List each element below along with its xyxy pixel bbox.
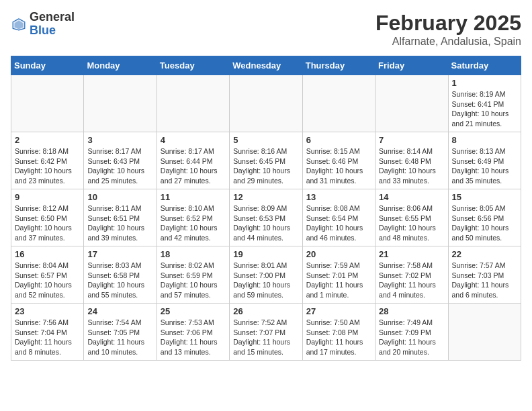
weekday-header-tuesday: Tuesday	[157, 56, 229, 75]
calendar-cell	[157, 75, 229, 132]
calendar-cell	[230, 75, 302, 132]
calendar-table: SundayMondayTuesdayWednesdayThursdayFrid…	[11, 56, 521, 361]
day-number: 16	[15, 249, 80, 259]
day-info: Sunrise: 7:49 AM Sunset: 7:09 PM Dayligh…	[379, 318, 444, 357]
day-info: Sunrise: 8:16 AM Sunset: 6:45 PM Dayligh…	[233, 146, 298, 186]
calendar-cell: 10Sunrise: 8:11 AM Sunset: 6:51 PM Dayli…	[84, 189, 157, 246]
day-info: Sunrise: 7:58 AM Sunset: 7:02 PM Dayligh…	[379, 261, 444, 300]
day-info: Sunrise: 8:08 AM Sunset: 6:54 PM Dayligh…	[306, 203, 371, 243]
day-number: 3	[87, 135, 152, 145]
calendar-cell: 1Sunrise: 8:19 AM Sunset: 6:41 PM Daylig…	[448, 75, 521, 132]
calendar-cell: 12Sunrise: 8:09 AM Sunset: 6:53 PM Dayli…	[230, 189, 302, 246]
day-number: 13	[306, 192, 371, 202]
day-number: 7	[379, 135, 444, 145]
day-info: Sunrise: 7:53 AM Sunset: 7:06 PM Dayligh…	[161, 318, 226, 357]
day-info: Sunrise: 8:10 AM Sunset: 6:52 PM Dayligh…	[161, 203, 226, 243]
day-number: 20	[306, 249, 371, 259]
calendar-cell: 15Sunrise: 8:05 AM Sunset: 6:56 PM Dayli…	[448, 189, 521, 246]
logo-icon	[11, 16, 27, 32]
day-number: 12	[233, 192, 298, 202]
calendar-cell: 13Sunrise: 8:08 AM Sunset: 6:54 PM Dayli…	[302, 189, 375, 246]
day-number: 24	[87, 306, 152, 316]
day-info: Sunrise: 8:04 AM Sunset: 6:57 PM Dayligh…	[15, 261, 80, 300]
day-info: Sunrise: 7:50 AM Sunset: 7:08 PM Dayligh…	[306, 318, 371, 357]
calendar-header: SundayMondayTuesdayWednesdayThursdayFrid…	[11, 56, 521, 75]
page-header: General Blue February 2025 Alfarnate, An…	[11, 11, 521, 48]
day-number: 4	[161, 135, 226, 145]
logo: General Blue	[11, 11, 75, 38]
day-info: Sunrise: 7:54 AM Sunset: 7:05 PM Dayligh…	[87, 318, 152, 357]
day-number: 28	[379, 306, 444, 316]
calendar-cell: 25Sunrise: 7:53 AM Sunset: 7:06 PM Dayli…	[157, 304, 229, 361]
day-number: 9	[15, 192, 80, 202]
calendar-cell: 11Sunrise: 8:10 AM Sunset: 6:52 PM Dayli…	[157, 189, 229, 246]
day-info: Sunrise: 8:18 AM Sunset: 6:42 PM Dayligh…	[15, 146, 80, 186]
day-info: Sunrise: 8:05 AM Sunset: 6:56 PM Dayligh…	[452, 203, 517, 243]
calendar-cell: 19Sunrise: 8:01 AM Sunset: 7:00 PM Dayli…	[230, 246, 302, 304]
day-number: 19	[233, 249, 298, 259]
calendar-cell: 26Sunrise: 7:52 AM Sunset: 7:07 PM Dayli…	[230, 304, 302, 361]
day-info: Sunrise: 8:06 AM Sunset: 6:55 PM Dayligh…	[379, 203, 444, 243]
calendar-cell: 21Sunrise: 7:58 AM Sunset: 7:02 PM Dayli…	[375, 246, 448, 304]
day-info: Sunrise: 8:19 AM Sunset: 6:41 PM Dayligh…	[452, 89, 517, 129]
week-row-1: 1Sunrise: 8:19 AM Sunset: 6:41 PM Daylig…	[11, 75, 521, 132]
weekday-header-saturday: Saturday	[448, 56, 521, 75]
day-number: 25	[161, 306, 226, 316]
day-number: 5	[233, 135, 298, 145]
calendar-cell: 14Sunrise: 8:06 AM Sunset: 6:55 PM Dayli…	[375, 189, 448, 246]
day-info: Sunrise: 8:13 AM Sunset: 6:49 PM Dayligh…	[452, 146, 517, 186]
day-number: 23	[15, 306, 80, 316]
day-number: 27	[306, 306, 371, 316]
day-number: 18	[161, 249, 226, 259]
calendar-cell: 23Sunrise: 7:56 AM Sunset: 7:04 PM Dayli…	[11, 304, 84, 361]
week-row-4: 16Sunrise: 8:04 AM Sunset: 6:57 PM Dayli…	[11, 246, 521, 304]
day-info: Sunrise: 8:17 AM Sunset: 6:44 PM Dayligh…	[161, 146, 226, 186]
weekday-header-wednesday: Wednesday	[230, 56, 302, 75]
day-info: Sunrise: 8:09 AM Sunset: 6:53 PM Dayligh…	[233, 203, 298, 243]
calendar-cell: 7Sunrise: 8:14 AM Sunset: 6:48 PM Daylig…	[375, 132, 448, 189]
day-info: Sunrise: 8:01 AM Sunset: 7:00 PM Dayligh…	[233, 261, 298, 300]
calendar-cell: 27Sunrise: 7:50 AM Sunset: 7:08 PM Dayli…	[302, 304, 375, 361]
day-info: Sunrise: 8:17 AM Sunset: 6:43 PM Dayligh…	[87, 146, 152, 186]
calendar-title: February 2025	[375, 11, 521, 36]
calendar-cell: 6Sunrise: 8:15 AM Sunset: 6:46 PM Daylig…	[302, 132, 375, 189]
day-number: 6	[306, 135, 371, 145]
day-info: Sunrise: 8:11 AM Sunset: 6:51 PM Dayligh…	[87, 203, 152, 243]
day-number: 15	[452, 192, 517, 202]
week-row-2: 2Sunrise: 8:18 AM Sunset: 6:42 PM Daylig…	[11, 132, 521, 189]
day-number: 26	[233, 306, 298, 316]
day-info: Sunrise: 7:57 AM Sunset: 7:03 PM Dayligh…	[452, 261, 517, 300]
calendar-cell	[375, 75, 448, 132]
day-info: Sunrise: 8:15 AM Sunset: 6:46 PM Dayligh…	[306, 146, 371, 186]
calendar-cell: 16Sunrise: 8:04 AM Sunset: 6:57 PM Dayli…	[11, 246, 84, 304]
day-number: 22	[452, 249, 517, 259]
week-row-5: 23Sunrise: 7:56 AM Sunset: 7:04 PM Dayli…	[11, 304, 521, 361]
calendar-cell: 20Sunrise: 7:59 AM Sunset: 7:01 PM Dayli…	[302, 246, 375, 304]
day-info: Sunrise: 8:03 AM Sunset: 6:58 PM Dayligh…	[87, 261, 152, 300]
calendar-cell: 4Sunrise: 8:17 AM Sunset: 6:44 PM Daylig…	[157, 132, 229, 189]
calendar-cell: 22Sunrise: 7:57 AM Sunset: 7:03 PM Dayli…	[448, 246, 521, 304]
weekday-header-row: SundayMondayTuesdayWednesdayThursdayFrid…	[11, 56, 521, 75]
calendar-cell: 5Sunrise: 8:16 AM Sunset: 6:45 PM Daylig…	[230, 132, 302, 189]
day-number: 10	[87, 192, 152, 202]
day-number: 8	[452, 135, 517, 145]
calendar-cell: 9Sunrise: 8:12 AM Sunset: 6:50 PM Daylig…	[11, 189, 84, 246]
week-row-3: 9Sunrise: 8:12 AM Sunset: 6:50 PM Daylig…	[11, 189, 521, 246]
calendar-cell: 8Sunrise: 8:13 AM Sunset: 6:49 PM Daylig…	[448, 132, 521, 189]
day-number: 2	[15, 135, 80, 145]
logo-general-text: General	[30, 10, 75, 24]
calendar-body: 1Sunrise: 8:19 AM Sunset: 6:41 PM Daylig…	[11, 75, 521, 361]
day-number: 17	[87, 249, 152, 259]
day-info: Sunrise: 7:52 AM Sunset: 7:07 PM Dayligh…	[233, 318, 298, 357]
calendar-cell	[11, 75, 84, 132]
weekday-header-monday: Monday	[84, 56, 157, 75]
calendar-cell	[448, 304, 521, 361]
calendar-cell: 24Sunrise: 7:54 AM Sunset: 7:05 PM Dayli…	[84, 304, 157, 361]
day-info: Sunrise: 8:02 AM Sunset: 6:59 PM Dayligh…	[161, 261, 226, 300]
weekday-header-sunday: Sunday	[11, 56, 84, 75]
weekday-header-thursday: Thursday	[302, 56, 375, 75]
day-number: 21	[379, 249, 444, 259]
calendar-cell: 2Sunrise: 8:18 AM Sunset: 6:42 PM Daylig…	[11, 132, 84, 189]
day-number: 11	[161, 192, 226, 202]
title-block: February 2025 Alfarnate, Andalusia, Spai…	[375, 11, 521, 48]
